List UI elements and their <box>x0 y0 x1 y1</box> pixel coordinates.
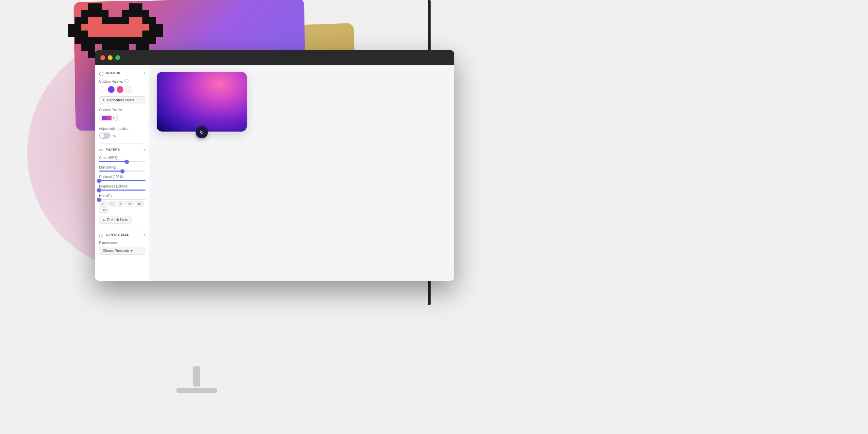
contrast-slider-container: Contrast (100%): <box>99 175 145 181</box>
custom-palette-label: Custom Palette: i <box>99 79 145 83</box>
filters-title: FILTERS <box>106 148 120 151</box>
refresh-icon: ↻ <box>103 218 105 222</box>
palette-preview <box>102 116 112 120</box>
palette-dropdown[interactable]: ▾ <box>99 114 118 122</box>
filters-icon: ✏ <box>99 147 104 152</box>
blur-thumb[interactable] <box>120 169 124 173</box>
filters-section-header: ✏ FILTERS ∧ <box>99 147 145 152</box>
swatch-light[interactable] <box>125 86 132 93</box>
dropdown-arrow-icon: ▾ <box>113 116 115 120</box>
gradient-canvas: ↻ <box>157 72 247 132</box>
choose-template-button[interactable]: Choose Template ▾ <box>99 247 145 255</box>
grain-fill <box>99 161 127 162</box>
colors-title-row: ⬡ COLORS <box>99 71 120 75</box>
randomize-colors-button[interactable]: ↻ Randomize colors <box>99 96 145 104</box>
blur-fill <box>99 171 122 172</box>
divider-1 <box>99 143 145 144</box>
choose-template-dropdown-icon: ▾ <box>131 249 133 253</box>
dimensions-label: Dimensions: <box>99 241 145 245</box>
mac-window: ⬡ COLORS ∧ Custom Palette: i ↻ Randomize… <box>95 50 454 281</box>
grain-thumb[interactable] <box>125 160 129 164</box>
stand-base <box>176 388 217 393</box>
refresh-filters-button[interactable]: ↻ Refresh filters <box>99 216 132 224</box>
toggle-knob <box>100 133 104 138</box>
traffic-light-green[interactable] <box>115 55 120 60</box>
window-body: ⬡ COLORS ∧ Custom Palette: i ↻ Randomize… <box>95 65 454 281</box>
contrast-fill <box>99 180 145 181</box>
brightness-slider-container: Brightness (100%): <box>99 184 145 191</box>
filters-title-row: ✏ FILTERS <box>99 147 120 152</box>
traffic-light-yellow[interactable] <box>108 55 113 60</box>
divider-2 <box>99 229 145 229</box>
randomize-icon: ↻ <box>103 98 105 102</box>
canvas-icon: ⊡ <box>99 232 104 237</box>
canvas-size-chevron[interactable]: ∧ <box>143 233 145 237</box>
brightness-track <box>99 190 145 191</box>
choose-template-label: Choose Template <box>103 249 129 253</box>
hue-btn-plus5[interactable]: +5° <box>125 201 134 206</box>
color-swatches <box>99 86 145 93</box>
colors-title: COLORS <box>106 71 120 75</box>
grain-slider-container: Grain (60%): <box>99 156 145 162</box>
hue-btn-plus10[interactable]: +10° <box>99 208 109 213</box>
filters-chevron[interactable]: ∧ <box>143 148 145 152</box>
brightness-label: Brightness (100%): <box>99 184 145 188</box>
title-bar <box>95 50 454 65</box>
grain-label: Grain (60%): <box>99 156 145 160</box>
hue-thumb[interactable] <box>97 198 101 202</box>
canvas-size-title: CANVAS SIZE <box>106 233 129 236</box>
canvas-size-section-header: ⊡ CANVAS SIZE ∧ <box>99 232 145 237</box>
brightness-thumb[interactable] <box>97 188 101 192</box>
blur-slider-container: Blur (50%): <box>99 165 145 172</box>
mac-stand <box>180 366 214 407</box>
canvas-refresh-icon: ↻ <box>200 130 204 135</box>
stand-neck <box>193 366 200 387</box>
sidebar: ⬡ COLORS ∧ Custom Palette: i ↻ Randomize… <box>95 65 150 281</box>
adjust-position-toggle[interactable] <box>99 133 111 139</box>
hue-track <box>99 199 145 200</box>
hue-btn-minus1[interactable]: -1° <box>99 201 106 206</box>
colors-section-header: ⬡ COLORS ∧ <box>99 71 145 75</box>
canvas-size-title-row: ⊡ CANVAS SIZE <box>99 232 129 237</box>
swatch-white[interactable] <box>99 86 106 93</box>
contrast-track <box>99 180 145 181</box>
hue-buttons: -1° +1° -5° +5° -10° +10° <box>99 201 145 213</box>
brightness-fill <box>99 190 145 191</box>
canvas-area: ↻ <box>150 65 454 281</box>
choose-palette-label: Choose Palette: <box>99 108 145 112</box>
palette-icon: ⬡ <box>99 71 104 75</box>
hue-btn-minus10[interactable]: -10° <box>135 201 144 206</box>
traffic-light-red[interactable] <box>100 55 105 60</box>
hue-btn-minus5[interactable]: -5° <box>117 201 124 206</box>
traffic-lights <box>100 55 120 60</box>
adjust-color-position-label: Adjust color position: <box>99 127 145 131</box>
hue-label: Hue (0°): <box>99 194 145 198</box>
info-icon[interactable]: i <box>124 79 129 83</box>
toggle-label: No <box>113 134 117 137</box>
hue-btn-plus1[interactable]: +1° <box>107 201 116 206</box>
swatch-pink[interactable] <box>117 86 123 93</box>
colors-chevron[interactable]: ∧ <box>143 71 145 75</box>
contrast-label: Contrast (100%): <box>99 175 145 179</box>
grain-track <box>99 161 145 162</box>
swatch-purple[interactable] <box>108 86 115 93</box>
toggle-row: No <box>99 133 145 139</box>
blur-track <box>99 171 145 172</box>
blur-label: Blur (50%): <box>99 165 145 169</box>
contrast-thumb[interactable] <box>97 179 101 183</box>
canvas-refresh-button[interactable]: ↻ <box>196 126 208 138</box>
hue-slider-container: Hue (0°): -1° +1° -5° +5° -10° +10° <box>99 194 145 213</box>
